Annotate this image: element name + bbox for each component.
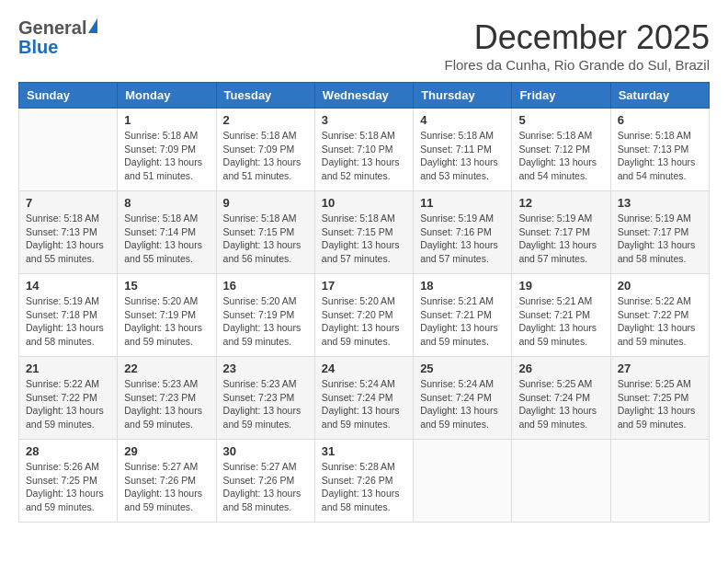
calendar-cell: 2Sunrise: 5:18 AMSunset: 7:09 PMDaylight… (216, 109, 314, 191)
calendar-cell: 17Sunrise: 5:20 AMSunset: 7:20 PMDayligh… (314, 274, 413, 357)
day-number: 16 (223, 279, 308, 293)
day-number: 10 (322, 196, 406, 210)
day-number: 29 (124, 444, 209, 458)
calendar-cell: 8Sunrise: 5:18 AMSunset: 7:14 PMDaylight… (118, 191, 216, 274)
cell-info: Sunrise: 5:25 AMSunset: 7:24 PMDaylight:… (518, 377, 603, 431)
weekday-header-sunday: Sunday (19, 83, 118, 109)
logo-triangle-icon (88, 18, 97, 33)
cell-info: Sunrise: 5:23 AMSunset: 7:23 PMDaylight:… (223, 377, 308, 431)
day-number: 23 (223, 362, 308, 375)
calendar-table: SundayMondayTuesdayWednesdayThursdayFrid… (18, 82, 710, 523)
calendar-cell: 23Sunrise: 5:23 AMSunset: 7:23 PMDayligh… (216, 357, 314, 440)
calendar-cell: 30Sunrise: 5:27 AMSunset: 7:26 PMDayligh… (216, 440, 314, 523)
day-number: 21 (26, 362, 110, 375)
weekday-header-saturday: Saturday (610, 83, 709, 109)
day-number: 3 (322, 113, 406, 127)
weekday-header-thursday: Thursday (414, 83, 512, 109)
calendar-cell: 4Sunrise: 5:18 AMSunset: 7:11 PMDaylight… (414, 109, 512, 191)
calendar-cell: 11Sunrise: 5:19 AMSunset: 7:16 PMDayligh… (414, 191, 512, 274)
calendar-cell: 18Sunrise: 5:21 AMSunset: 7:21 PMDayligh… (414, 274, 512, 357)
calendar-cell: 12Sunrise: 5:19 AMSunset: 7:17 PMDayligh… (512, 191, 610, 274)
day-number: 20 (618, 279, 702, 293)
cell-info: Sunrise: 5:28 AMSunset: 7:26 PMDaylight:… (322, 460, 406, 514)
weekday-header-monday: Monday (118, 83, 216, 109)
cell-info: Sunrise: 5:18 AMSunset: 7:09 PMDaylight:… (124, 129, 209, 183)
calendar-cell: 31Sunrise: 5:28 AMSunset: 7:26 PMDayligh… (314, 440, 413, 523)
cell-info: Sunrise: 5:21 AMSunset: 7:21 PMDaylight:… (420, 294, 505, 349)
day-number: 7 (26, 196, 110, 210)
location-title: Flores da Cunha, Rio Grande do Sul, Braz… (445, 57, 710, 73)
calendar-cell: 1Sunrise: 5:18 AMSunset: 7:09 PMDaylight… (118, 109, 216, 191)
day-number: 12 (518, 196, 603, 210)
cell-info: Sunrise: 5:18 AMSunset: 7:13 PMDaylight:… (618, 129, 702, 183)
cell-info: Sunrise: 5:18 AMSunset: 7:15 PMDaylight:… (223, 212, 308, 266)
day-number: 15 (124, 279, 209, 293)
calendar-week-row: 14Sunrise: 5:19 AMSunset: 7:18 PMDayligh… (19, 274, 710, 357)
logo-general-text: General (18, 18, 86, 37)
calendar-cell: 29Sunrise: 5:27 AMSunset: 7:26 PMDayligh… (118, 440, 216, 523)
calendar-week-row: 1Sunrise: 5:18 AMSunset: 7:09 PMDaylight… (19, 109, 710, 191)
cell-info: Sunrise: 5:18 AMSunset: 7:11 PMDaylight:… (420, 129, 505, 183)
cell-info: Sunrise: 5:19 AMSunset: 7:17 PMDaylight:… (518, 212, 603, 266)
calendar-cell: 27Sunrise: 5:25 AMSunset: 7:25 PMDayligh… (610, 357, 709, 440)
cell-info: Sunrise: 5:20 AMSunset: 7:19 PMDaylight:… (124, 294, 209, 349)
cell-info: Sunrise: 5:27 AMSunset: 7:26 PMDaylight:… (124, 460, 209, 514)
calendar-cell: 21Sunrise: 5:22 AMSunset: 7:22 PMDayligh… (19, 357, 118, 440)
cell-info: Sunrise: 5:23 AMSunset: 7:23 PMDaylight:… (124, 377, 209, 431)
cell-info: Sunrise: 5:24 AMSunset: 7:24 PMDaylight:… (420, 377, 505, 431)
day-number: 8 (124, 196, 209, 210)
calendar-cell: 19Sunrise: 5:21 AMSunset: 7:21 PMDayligh… (512, 274, 610, 357)
cell-info: Sunrise: 5:19 AMSunset: 7:17 PMDaylight:… (618, 212, 702, 266)
cell-info: Sunrise: 5:20 AMSunset: 7:19 PMDaylight:… (223, 294, 308, 349)
day-number: 28 (26, 444, 110, 458)
header: General Blue December 2025 Flores da Cun… (18, 18, 710, 73)
cell-info: Sunrise: 5:18 AMSunset: 7:13 PMDaylight:… (26, 212, 110, 266)
logo: General Blue (18, 18, 97, 58)
calendar-week-row: 7Sunrise: 5:18 AMSunset: 7:13 PMDaylight… (19, 191, 710, 274)
cell-info: Sunrise: 5:26 AMSunset: 7:25 PMDaylight:… (26, 460, 110, 514)
day-number: 24 (322, 362, 406, 375)
calendar-cell: 6Sunrise: 5:18 AMSunset: 7:13 PMDaylight… (610, 109, 709, 191)
calendar-cell: 24Sunrise: 5:24 AMSunset: 7:24 PMDayligh… (314, 357, 413, 440)
calendar-week-row: 21Sunrise: 5:22 AMSunset: 7:22 PMDayligh… (19, 357, 710, 440)
day-number: 19 (518, 279, 603, 293)
cell-info: Sunrise: 5:18 AMSunset: 7:10 PMDaylight:… (322, 129, 406, 183)
calendar-cell: 7Sunrise: 5:18 AMSunset: 7:13 PMDaylight… (19, 191, 118, 274)
cell-info: Sunrise: 5:18 AMSunset: 7:14 PMDaylight:… (124, 212, 209, 266)
cell-info: Sunrise: 5:18 AMSunset: 7:09 PMDaylight:… (223, 129, 308, 183)
day-number: 27 (618, 362, 702, 375)
cell-info: Sunrise: 5:21 AMSunset: 7:21 PMDaylight:… (518, 294, 603, 349)
calendar-week-row: 28Sunrise: 5:26 AMSunset: 7:25 PMDayligh… (19, 440, 710, 523)
title-area: December 2025 Flores da Cunha, Rio Grand… (445, 18, 710, 73)
calendar-cell (19, 109, 118, 191)
cell-info: Sunrise: 5:27 AMSunset: 7:26 PMDaylight:… (223, 460, 308, 514)
calendar-cell: 14Sunrise: 5:19 AMSunset: 7:18 PMDayligh… (19, 274, 118, 357)
day-number: 17 (322, 279, 406, 293)
calendar-cell (512, 440, 610, 523)
day-number: 14 (26, 279, 110, 293)
calendar-cell: 9Sunrise: 5:18 AMSunset: 7:15 PMDaylight… (216, 191, 314, 274)
calendar-cell: 5Sunrise: 5:18 AMSunset: 7:12 PMDaylight… (512, 109, 610, 191)
logo-blue-text: Blue (18, 37, 58, 57)
cell-info: Sunrise: 5:20 AMSunset: 7:20 PMDaylight:… (322, 294, 406, 349)
calendar-cell (414, 440, 512, 523)
day-number: 2 (223, 113, 308, 127)
day-number: 30 (223, 444, 308, 458)
day-number: 25 (420, 362, 505, 375)
weekday-header-friday: Friday (512, 83, 610, 109)
month-title: December 2025 (445, 18, 710, 57)
day-number: 13 (618, 196, 702, 210)
calendar-cell: 3Sunrise: 5:18 AMSunset: 7:10 PMDaylight… (314, 109, 413, 191)
day-number: 31 (322, 444, 406, 458)
calendar-cell: 10Sunrise: 5:18 AMSunset: 7:15 PMDayligh… (314, 191, 413, 274)
day-number: 11 (420, 196, 505, 210)
day-number: 26 (518, 362, 603, 375)
day-number: 6 (618, 113, 702, 127)
cell-info: Sunrise: 5:22 AMSunset: 7:22 PMDaylight:… (26, 377, 110, 431)
calendar-cell: 26Sunrise: 5:25 AMSunset: 7:24 PMDayligh… (512, 357, 610, 440)
calendar-cell: 13Sunrise: 5:19 AMSunset: 7:17 PMDayligh… (610, 191, 709, 274)
calendar-cell: 22Sunrise: 5:23 AMSunset: 7:23 PMDayligh… (118, 357, 216, 440)
calendar-cell: 20Sunrise: 5:22 AMSunset: 7:22 PMDayligh… (610, 274, 709, 357)
day-number: 1 (124, 113, 209, 127)
day-number: 18 (420, 279, 505, 293)
